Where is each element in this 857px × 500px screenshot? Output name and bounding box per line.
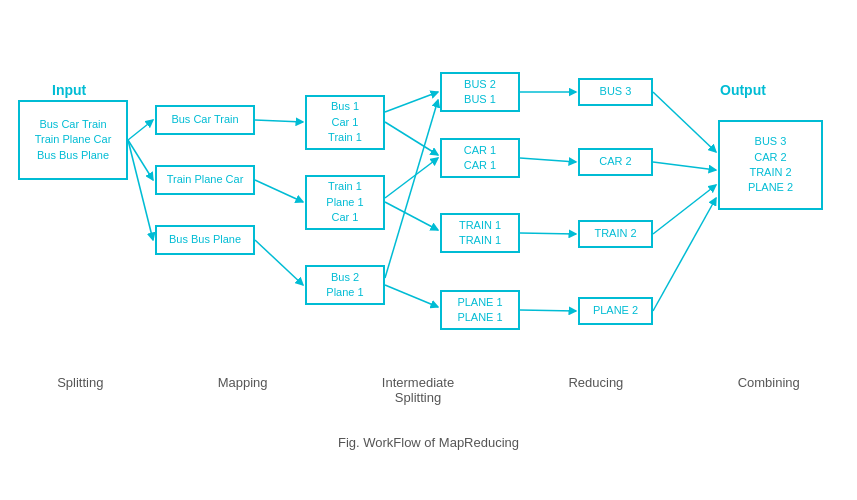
inter-box-1: BUS 2 BUS 1: [440, 72, 520, 112]
split-box-3: Bus Bus Plane: [155, 225, 255, 255]
input-box: Bus Car Train Train Plane Car Bus Bus Pl…: [18, 100, 128, 180]
output-box: BUS 3 CAR 2 TRAIN 2 PLANE 2: [718, 120, 823, 210]
input-label: Input: [52, 82, 86, 98]
svg-line-18: [653, 162, 716, 170]
svg-line-4: [255, 120, 303, 122]
mapping-label: Mapping: [218, 375, 268, 405]
svg-line-14: [520, 158, 576, 162]
split-box-2: Train Plane Car: [155, 165, 255, 195]
map-box-2: Train 1 Plane 1 Car 1: [305, 175, 385, 230]
combining-label: Combining: [738, 375, 800, 405]
map-box-3: Bus 2 Plane 1: [305, 265, 385, 305]
reduce-box-4: PLANE 2: [578, 297, 653, 325]
svg-line-17: [653, 92, 716, 152]
figure-caption: Fig. WorkFlow of MapReducing: [0, 435, 857, 450]
reducing-label: Reducing: [568, 375, 623, 405]
svg-line-19: [653, 185, 716, 234]
inter-box-4: PLANE 1 PLANE 1: [440, 290, 520, 330]
reduce-box-2: CAR 2: [578, 148, 653, 176]
split-box-1: Bus Car Train: [155, 105, 255, 135]
reduce-box-1: BUS 3: [578, 78, 653, 106]
reduce-box-3: TRAIN 2: [578, 220, 653, 248]
svg-line-10: [385, 202, 438, 230]
svg-line-16: [520, 310, 576, 311]
svg-line-6: [255, 240, 303, 285]
output-label: Output: [720, 82, 766, 98]
svg-line-1: [128, 120, 153, 140]
map-box-1: Bus 1 Car 1 Train 1: [305, 95, 385, 150]
svg-line-9: [385, 158, 438, 198]
splitting-label: Splitting: [57, 375, 103, 405]
svg-line-7: [385, 92, 438, 112]
svg-line-2: [128, 140, 153, 180]
svg-line-8: [385, 122, 438, 155]
svg-line-15: [520, 233, 576, 234]
svg-line-20: [653, 198, 716, 311]
svg-line-5: [255, 180, 303, 202]
intermediate-splitting-label: IntermediateSplitting: [382, 375, 454, 405]
svg-line-3: [128, 140, 153, 240]
inter-box-2: CAR 1 CAR 1: [440, 138, 520, 178]
inter-box-3: TRAIN 1 TRAIN 1: [440, 213, 520, 253]
svg-line-11: [385, 100, 438, 278]
diagram-container: Input Output Bus Car Train Train Plane C…: [0, 0, 857, 460]
svg-line-12: [385, 285, 438, 307]
